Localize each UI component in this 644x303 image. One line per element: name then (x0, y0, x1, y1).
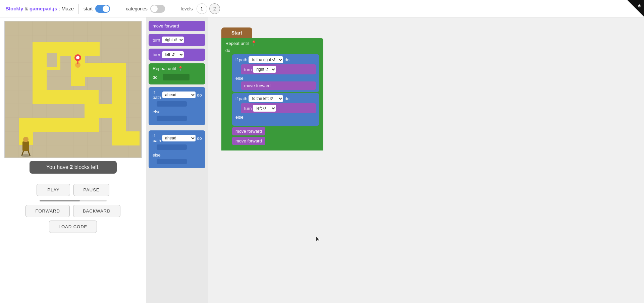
level-2-button[interactable]: 2 (209, 3, 220, 14)
turn-left-label: turn (153, 52, 160, 57)
toolbox-repeat[interactable]: Repeat until 📍 do (149, 63, 205, 84)
header: Blockly & gamepad.js : Maze start catego… (0, 0, 644, 17)
turn-left-select[interactable]: left ↺ right ↺ (162, 51, 184, 58)
header-separator3 (170, 4, 170, 14)
if-path-select2[interactable]: ahead to the right ↺ to the left ↺ (162, 135, 196, 141)
pause-button[interactable]: PAUSE (73, 184, 109, 196)
brand: Blockly & gamepad.js : Maze (5, 6, 74, 12)
progress-fill (40, 200, 80, 201)
if-path-left-label: if path (235, 96, 247, 101)
turn-right-ws-select[interactable]: right ↺ left ↺ (253, 66, 276, 73)
move-forward-ws1-label: move forward (244, 83, 271, 88)
do-label: do (225, 48, 230, 53)
maze-label: : Maze (59, 6, 74, 11)
play-button[interactable]: PLAY (37, 184, 70, 196)
turn-right-select[interactable]: right ↺ left ↺ (162, 37, 184, 43)
svg-text:♠: ♠ (638, 3, 641, 8)
status-suffix: blocks left. (73, 164, 100, 170)
right-direction-select[interactable]: to the right ↺ to the left ↺ ahead (249, 56, 283, 63)
svg-rect-24 (33, 90, 86, 104)
svg-point-40 (21, 154, 31, 157)
if-path-label2: if path (153, 133, 161, 143)
toolbox-if-path-1[interactable]: if path ahead to the right ↺ to the left… (149, 87, 205, 125)
blockly-link[interactable]: Blockly (5, 6, 23, 11)
svg-rect-36 (22, 141, 29, 151)
backward-button[interactable]: BACKWARD (73, 205, 120, 217)
move-forward-ws3-label: move forward (235, 138, 262, 143)
workspace-move-forward-2[interactable]: move forward (232, 127, 265, 135)
levels-group: 1 2 (196, 3, 221, 14)
repeat-do-label: do (153, 75, 157, 80)
do-left-label: do (284, 96, 289, 101)
move-forward-label: move forward (153, 23, 179, 28)
workspace-repeat-block[interactable]: Repeat until 📍 do if path to the right ↺ (221, 38, 323, 150)
ampersand: & (25, 6, 30, 11)
maze-svg (5, 21, 142, 158)
if-path-label1: if path (153, 90, 161, 100)
toolbox-turn-right[interactable]: turn right ↺ left ↺ (149, 34, 205, 46)
start-toggle[interactable] (95, 5, 110, 13)
left-direction-select[interactable]: to the left ↺ to the right ↺ ahead (249, 95, 283, 102)
status-count: 2 (70, 164, 73, 170)
svg-point-37 (23, 137, 29, 142)
turn-left-ws-select[interactable]: left ↺ right ↺ (253, 105, 276, 112)
repeat-label: Repeat until (153, 66, 176, 71)
repeat-pin-icon: 📍 (251, 40, 257, 47)
toolbox-turn-left[interactable]: turn left ↺ right ↺ (149, 49, 205, 61)
workspace: Start Repeat until 📍 do if path (208, 17, 644, 303)
categories-toggle[interactable] (150, 5, 165, 13)
progress-bar (40, 200, 107, 201)
categories-label: categories (126, 6, 148, 11)
main-area: You have 2 blocks left. PLAY PAUSE FORWA… (0, 17, 644, 303)
maze-background (5, 21, 142, 158)
workspace-move-forward-3[interactable]: move forward (232, 137, 265, 145)
start-label: start (84, 6, 93, 11)
left-panel: You have 2 blocks left. PLAY PAUSE FORWA… (0, 17, 146, 303)
header-separator (78, 4, 79, 14)
level-1-button[interactable]: 1 (197, 3, 207, 14)
toolbox-move-forward[interactable]: move forward (149, 21, 205, 31)
workspace-turn-right[interactable]: turn right ↺ left ↺ (241, 64, 316, 74)
workspace-start-block: Start (221, 27, 252, 38)
else-left-label: else (235, 113, 316, 120)
status-bar: You have 2 blocks left. (30, 161, 117, 174)
if-path-right-label: if path (235, 57, 247, 62)
forward-button[interactable]: FORWARD (25, 205, 69, 217)
if-path-select1[interactable]: ahead to the right ↺ to the left ↺ (162, 92, 196, 98)
start-block-label: Start (231, 30, 242, 36)
workspace-if-left[interactable]: if path to the left ↺ to the right ↺ ahe… (232, 93, 319, 126)
move-forward-ws2-label: move forward (235, 129, 262, 134)
turn-right-ws-label: turn (244, 67, 252, 72)
mouse-cursor (315, 235, 319, 242)
toolbox: move forward turn right ↺ left ↺ turn le… (146, 17, 208, 303)
svg-point-34 (76, 56, 79, 59)
else-label2: else (153, 151, 201, 158)
toolbox-if-path-2[interactable]: if path ahead to the right ↺ to the left… (149, 130, 205, 168)
workspace-if-right[interactable]: if path to the right ↺ to the left ↺ ahe… (232, 54, 319, 92)
load-code-button[interactable]: LOAD CODE (49, 221, 97, 233)
if-do-label2: do (197, 136, 202, 141)
if-do-label1: do (197, 93, 202, 98)
controls: PLAY PAUSE FORWARD BACKWARD LOAD CODE (25, 184, 120, 233)
status-text: You have (46, 164, 70, 170)
controls-row1: PLAY PAUSE (37, 184, 109, 196)
turn-right-label: turn (153, 38, 160, 43)
repeat-until-label: Repeat until (225, 41, 249, 46)
else-right-label: else (235, 74, 316, 81)
turn-left-ws-label: turn (244, 106, 252, 111)
gamepad-link[interactable]: gamepad.js (30, 6, 57, 11)
svg-rect-31 (85, 104, 126, 118)
header-separator4 (226, 4, 226, 14)
levels-label: levels (181, 6, 193, 11)
controls-row2: FORWARD BACKWARD (25, 205, 120, 217)
workspace-move-forward-1[interactable]: move forward (241, 81, 316, 90)
svg-rect-23 (33, 42, 47, 99)
svg-rect-29 (112, 131, 140, 145)
do-right-label: do (284, 57, 289, 62)
header-separator2 (115, 4, 115, 14)
else-label1: else (153, 108, 201, 114)
workspace-turn-left[interactable]: turn left ↺ right ↺ (241, 103, 316, 113)
maze-container (4, 21, 142, 158)
